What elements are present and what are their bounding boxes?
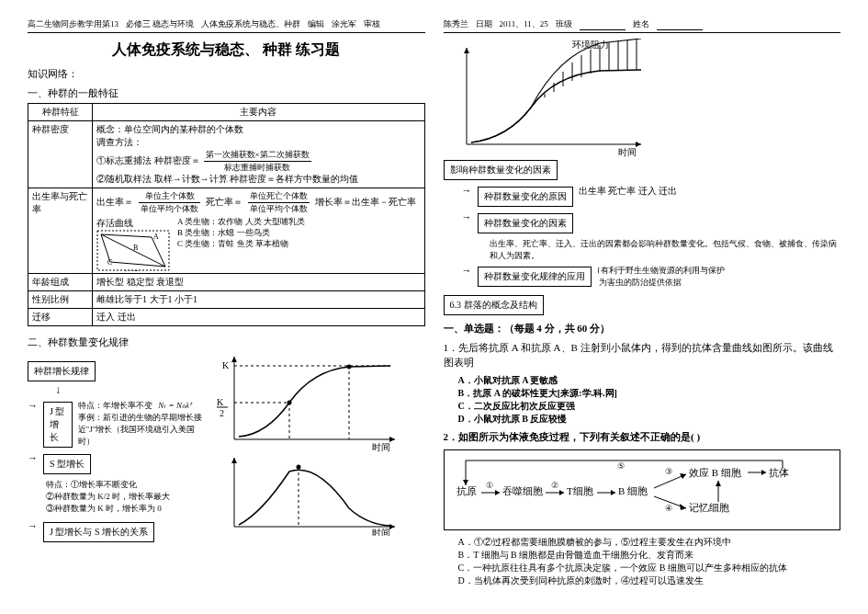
svg-marker-49 <box>761 470 766 475</box>
q2-opt-b: B．T 细胞与 B 细胞都是由骨髓造血干细胞分化、发育而来 <box>458 549 841 562</box>
svg-text:②: ② <box>551 481 558 490</box>
class-label: 班级 <box>556 18 572 30</box>
s-feat2: ②种群数量为 K/2 时，增长率最大 <box>46 491 202 503</box>
q2-opt-d: D．当机体再次受到同种抗原的刺激时，④过程可以迅速发生 <box>458 574 841 587</box>
svg-text:B: B <box>133 244 138 252</box>
svg-text:③: ③ <box>665 467 672 476</box>
section-2: 二、种群数量变化规律 <box>28 335 425 349</box>
method-1: ①标志重捕法 种群密度＝ <box>96 154 200 167</box>
type-c: C 类生物：青蛙 鱼类 草本植物 <box>177 239 305 250</box>
svg-text:吞噬细胞: 吞噬细胞 <box>502 485 543 496</box>
svg-marker-35 <box>495 490 500 495</box>
svg-text:记忆细胞: 记忆细胞 <box>689 502 729 513</box>
cell-age: 年龄组成 <box>28 274 93 291</box>
svg-text:抗原: 抗原 <box>457 485 477 496</box>
editor: 涂光军 <box>332 18 356 30</box>
cell-migration: 迁移 <box>28 309 93 326</box>
cell-birth-death: 出生率与死亡率 <box>28 188 93 274</box>
cell-density: 种群密度 <box>28 121 93 188</box>
cell-age-types: 增长型 稳定型 衰退型 <box>93 274 425 291</box>
s-feat1: 特点：①增长率不断变化 <box>46 479 202 491</box>
svg-text:K: K <box>222 360 230 370</box>
survival-curve-icon: A B C 时间 <box>96 230 170 271</box>
table-row: 迁移 迁入 迁出 <box>28 309 425 326</box>
immune-flow-diagram: 抗原 ① 吞噬细胞 ② T细胞 B 细胞 ③ 效应 B 细胞 抗体 ④ 记忆细胞 <box>444 449 841 530</box>
q1-opt-c: C．二次反应比初次反应更强 <box>458 400 841 413</box>
svg-marker-42 <box>611 490 615 495</box>
q2-opt-a: A．①②过程都需要细胞膜糖被的参与，⑤过程主要发生在内环境中 <box>458 536 841 549</box>
method-2: ②随机取样法 取样→计数→计算 种群密度＝各样方中数量的均值 <box>96 173 421 186</box>
s-curve-chart: K K 2 时间 <box>211 352 404 453</box>
svg-marker-30 <box>464 48 469 53</box>
table-row: 年龄组成 增长型 稳定型 衰退型 <box>28 274 425 291</box>
density-fraction: 第一次捕获数×第二次捕获数 标志重捕时捕获数 <box>204 149 311 173</box>
factors-title-box: 影响种群数量变化的因素 <box>444 160 558 180</box>
svg-marker-39 <box>559 490 564 495</box>
course: 高二生物同步教学用第13 <box>28 18 118 30</box>
editor-label: 编辑 <box>308 18 324 30</box>
th-content: 主要内容 <box>93 104 425 121</box>
page-header-right: 陈秀兰 日期 2011、11、25 班级 姓名 <box>444 18 841 33</box>
page-title: 人体免疫系统与稳态、 种群 练习题 <box>28 40 425 60</box>
svg-text:④: ④ <box>665 504 672 513</box>
svg-text:B 细胞: B 细胞 <box>618 485 648 496</box>
j-example: 事例：新引进的生物的早期增长接近"J"增长（我国环境稳引入美国时） <box>78 412 202 448</box>
env-resistance-chart: 环境阻力 时间 <box>444 39 655 158</box>
flow-root: 种群增长规律 <box>28 361 96 381</box>
app-box: 种群数量变化规律的应用 <box>478 267 592 287</box>
s-growth-box: S 型增长 <box>43 454 91 474</box>
svg-marker-23 <box>231 458 237 463</box>
svg-marker-8 <box>231 357 237 362</box>
date-label: 日期 <box>476 18 492 30</box>
svg-text:T细胞: T细胞 <box>567 485 593 496</box>
j-growth-box: J 型增长 <box>43 402 73 448</box>
q1-opt-b: B．抗原 A 的破坏性更大[来源:学.科.网] <box>458 387 841 400</box>
name-label: 姓名 <box>633 18 649 30</box>
module: 必修三 稳态与环境 <box>126 18 194 30</box>
density-concept: 概念：单位空间内的某种群的个体数 <box>96 123 421 136</box>
svg-text:①: ① <box>486 481 493 490</box>
chapter: 人体免疫系统与稳态、种群 <box>201 18 300 30</box>
relation-box: J 型增长与 S 增长的关系 <box>43 522 154 542</box>
j-formula: Nₜ = N₀λᵗ <box>158 401 191 410</box>
type-a: A 类生物：农作物 人类 大型哺乳类 <box>177 217 305 228</box>
cell-migration-types: 迁入 迁出 <box>93 309 425 326</box>
svg-text:时间: 时间 <box>124 269 139 271</box>
th-trait: 种群特征 <box>28 104 93 121</box>
svg-point-13 <box>287 401 292 405</box>
reviewer-label: 审核 <box>364 18 380 30</box>
q2-opt-c: C．一种抗原往往具有多个抗原决定簇，一个效应 B 细胞可以产生多种相应的抗体 <box>458 562 841 574</box>
svg-text:抗体: 抗体 <box>769 467 789 478</box>
cause-items: 出生率 死亡率 迁入 迁出 <box>579 185 678 198</box>
svg-text:K: K <box>217 397 224 407</box>
svg-marker-58 <box>716 481 721 486</box>
svg-text:时间: 时间 <box>618 147 637 157</box>
cell-sex: 性别比例 <box>28 291 93 309</box>
svg-text:A: A <box>153 233 159 241</box>
svg-text:时间: 时间 <box>372 442 390 452</box>
cell-sex-ratio: 雌雄比等于1 大于1 小于1 <box>93 291 425 309</box>
svg-point-14 <box>347 365 352 370</box>
type-b: B 类生物：水螅 一些鸟类 <box>177 228 305 239</box>
env-resist-label: 环境阻力 <box>572 40 609 50</box>
question-2: 2．如图所示为体液免疫过程，下列有关叙述不正确的是( ) <box>444 429 841 445</box>
q1-opt-d: D．小鼠对抗原 B 反应较慢 <box>458 413 841 426</box>
table-row: 性别比例 雌雄比等于1 大于1 小于1 <box>28 291 425 309</box>
svg-marker-52 <box>680 504 686 510</box>
survival-curve-label: 存活曲线 <box>96 217 170 230</box>
svg-text:效应 B 细胞: 效应 B 细胞 <box>689 467 741 478</box>
section-6-3: 6.3 群落的概念及结构 <box>444 295 544 315</box>
svg-marker-45 <box>680 473 686 479</box>
factor-box2: 种群数量变化的因素 <box>478 213 573 233</box>
characteristics-table: 种群特征 主要内容 种群密度 概念：单位空间内的某种群的个体数 调查方法： ①标… <box>28 103 425 326</box>
date: 2011、11、25 <box>500 18 548 30</box>
table-row: 种群密度 概念：单位空间内的某种群的个体数 调查方法： ①标志重捕法 种群密度＝… <box>28 121 425 188</box>
s-feat3: ③种群数量为 K 时，增长率为 0 <box>46 503 202 515</box>
svg-text:C: C <box>107 258 112 267</box>
factor-items: 出生率、死亡率、迁入、迁出的因素都会影响种群数量变化。包括气候、食物、被捕食、传… <box>490 238 841 262</box>
svg-text:⑤: ⑤ <box>617 461 625 471</box>
svg-text:时间: 时间 <box>372 528 390 536</box>
arrow-down-icon: ↓ <box>55 383 202 397</box>
page-header: 高二生物同步教学用第13 必修三 稳态与环境 人体免疫系统与稳态、种群 编辑 涂… <box>28 18 425 33</box>
table-row: 出生率与死亡率 出生率＝ 单位主个体数单位平均个体数 死亡率＝ 单位死亡个体数单… <box>28 188 425 274</box>
